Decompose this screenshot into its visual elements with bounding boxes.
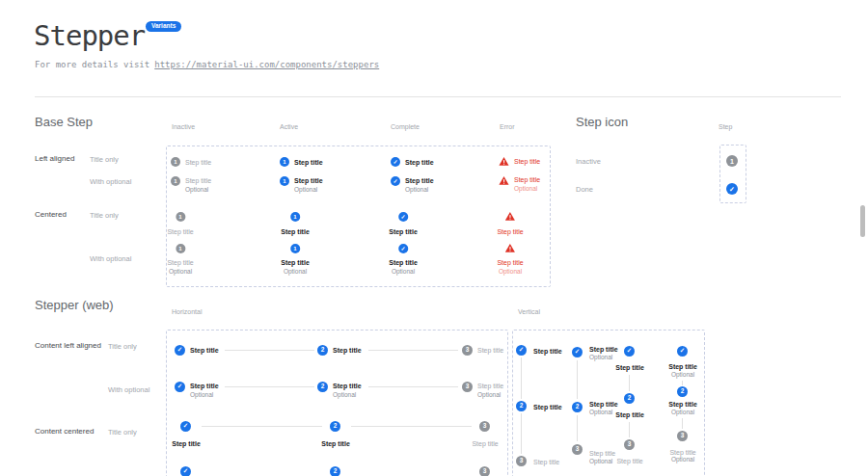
step-title: Step title — [589, 400, 618, 409]
check-icon: ✓ — [572, 347, 583, 357]
step-number-icon: 2 — [624, 393, 635, 404]
step-title: Step title — [514, 157, 540, 166]
step-number-icon: 2 — [572, 402, 583, 412]
step-optional: Optional — [589, 458, 612, 465]
doc-link[interactable]: https://material-ui.com/components/stepp… — [154, 60, 379, 69]
step-number-icon: 2 — [330, 466, 340, 476]
step-optional: Optional — [589, 409, 612, 416]
base-step-heading: Base Step — [35, 115, 93, 129]
step-connector — [521, 357, 522, 399]
step-title: Step title — [497, 258, 523, 267]
step-connector — [577, 415, 578, 441]
step-active: 1 Step title — [280, 157, 323, 167]
subtitle: For more details visithttps://material-u… — [35, 60, 379, 69]
column-header-inactive: Inactive — [172, 123, 195, 130]
step-connector — [368, 386, 458, 387]
step-title: Step title — [172, 439, 201, 448]
step-title: Step title — [497, 227, 523, 236]
step-title: Step title — [389, 258, 418, 267]
step-title: Step title — [472, 439, 498, 448]
column-header-error: Error — [500, 123, 515, 130]
step-optional: Optional — [333, 391, 362, 399]
step-title: Step title — [333, 346, 362, 355]
step-optional: Optional — [477, 391, 503, 399]
step-active: 1 Step titleOptional — [280, 176, 323, 194]
check-icon: ✓ — [180, 421, 191, 432]
variant-label-title-only: Title only — [90, 155, 119, 164]
step-title: Step title — [668, 400, 697, 409]
step-title: Step title — [281, 258, 310, 267]
step-active: 1 Step title — [281, 212, 310, 236]
scrollbar-thumb[interactable] — [860, 205, 865, 237]
step-error: Step title — [497, 211, 523, 236]
step-error: Step titleOptional — [499, 175, 540, 193]
step-connector — [202, 426, 322, 427]
warning-icon — [499, 156, 509, 167]
step-number-icon: 1 — [290, 212, 300, 222]
step-optional: Optional — [589, 354, 612, 361]
step-number-icon: 3 — [624, 439, 635, 450]
check-icon: ✓ — [398, 212, 408, 222]
step-title: Step title — [589, 345, 618, 354]
step-title: Step title — [514, 175, 540, 184]
column-header-vertical: Vertical — [518, 308, 540, 315]
check-icon: ✓ — [398, 244, 408, 253]
step-number-icon: 3 — [479, 421, 490, 432]
divider — [35, 96, 841, 97]
step-optional: Optional — [499, 268, 522, 276]
step-active: 2 Step title — [317, 345, 362, 356]
step-number-icon: 2 — [677, 386, 688, 397]
column-header-horizontal: Horizontal — [172, 308, 203, 315]
step-number-icon: 1 — [290, 244, 300, 253]
step-title: Step title — [190, 346, 219, 355]
step-title: Step title — [389, 227, 418, 236]
check-icon: ✓ — [624, 346, 635, 357]
variant-label-with-optional: With optional — [90, 177, 131, 186]
column-header-complete: Complete — [391, 123, 420, 130]
stepper-web-heading: Stepper (web) — [35, 298, 114, 312]
step-title: Step title — [615, 363, 644, 372]
step-title: Step title — [167, 258, 193, 267]
step-number-icon: 3 — [462, 382, 473, 392]
subtitle-text: For more details visit — [35, 60, 149, 69]
step-title: Step title — [668, 362, 697, 371]
step-title: Step title — [533, 347, 562, 356]
step-optional: Optional — [169, 268, 192, 276]
step-number-icon: 2 — [516, 401, 527, 411]
step-title: Step title — [533, 403, 562, 411]
variant-label-title-only: Title only — [108, 428, 137, 436]
design-canvas: Stepper Variants For more details visith… — [0, 0, 868, 476]
variant-label-with-optional: With optional — [108, 385, 149, 394]
step-connector — [682, 381, 683, 385]
step-complete: ✓ Step titleOptional — [175, 382, 219, 399]
step-inactive: 1 Step titleOptional — [167, 244, 193, 276]
step-connector — [682, 418, 683, 429]
step-optional: Optional — [185, 186, 211, 194]
warning-icon — [505, 211, 516, 222]
step-title: Step title — [190, 382, 219, 390]
step-title: Step title — [615, 410, 644, 419]
step-optional: Optional — [405, 186, 434, 194]
step-connector — [368, 350, 458, 351]
step-number-icon: 3 — [677, 431, 688, 441]
step-title: Step title — [321, 439, 350, 448]
variants-badge[interactable]: Variants — [146, 21, 181, 32]
step-inactive: 3 Step title — [462, 345, 503, 356]
step-inactive: 1 Step title — [167, 212, 193, 236]
page-title: Stepper — [34, 19, 145, 52]
step-inactive: 1 Step title — [171, 157, 211, 167]
step-optional: Optional — [190, 391, 219, 399]
variant-label-title-only: Title only — [108, 342, 137, 351]
step-active: 2 Step titleOptional — [317, 382, 362, 399]
step-connector — [225, 350, 314, 351]
step-number-icon: 2 — [317, 345, 328, 356]
step-complete: ✓ Step title — [391, 157, 434, 167]
step-number-icon: 1 — [171, 157, 180, 167]
step-number-icon: 3 — [516, 456, 527, 466]
step-title: Step title — [405, 176, 434, 185]
step-complete: ✓ Step titleOptional — [389, 244, 418, 276]
step-complete: ✓ Step title — [175, 345, 219, 356]
state-label-done: Done — [576, 185, 593, 194]
check-icon: ✓ — [391, 176, 400, 186]
check-icon: ✓ — [180, 466, 191, 476]
